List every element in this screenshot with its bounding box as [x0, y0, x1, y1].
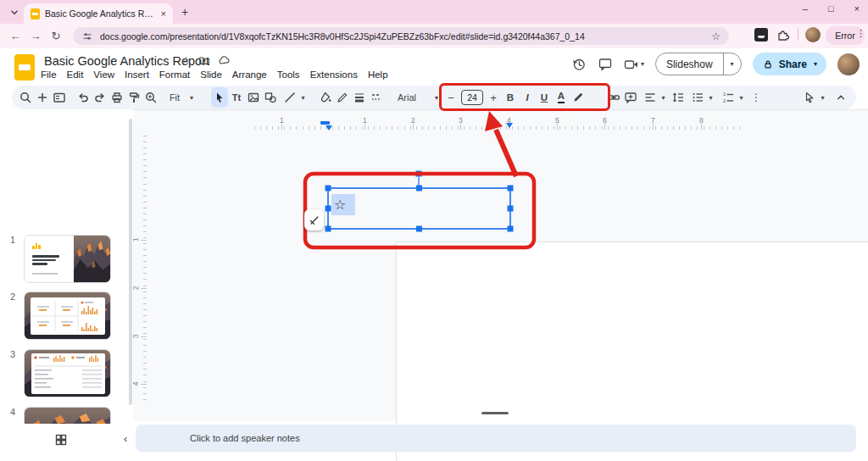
- slide-thumbnail-1[interactable]: [24, 235, 111, 283]
- share-dropdown-icon[interactable]: ▾: [814, 60, 817, 68]
- highlight-color-button[interactable]: [570, 87, 587, 108]
- print-button[interactable]: [108, 87, 125, 108]
- menu-help[interactable]: Help: [368, 69, 388, 80]
- reload-button[interactable]: ↻: [46, 30, 66, 42]
- undo-icon: [76, 91, 90, 104]
- tab-close-icon[interactable]: ×: [161, 9, 166, 19]
- account-avatar[interactable]: [837, 53, 860, 75]
- extensions-puzzle-icon[interactable]: [776, 28, 790, 42]
- underline-button[interactable]: U: [536, 87, 553, 108]
- paint-format-button[interactable]: [125, 87, 142, 108]
- floating-format-button[interactable]: [304, 209, 324, 230]
- menu-view[interactable]: View: [93, 69, 114, 80]
- more-options-button[interactable]: ⋮: [748, 87, 765, 108]
- browser-menu-kebab-icon[interactable]: ⋮: [856, 28, 865, 39]
- search-menus-button[interactable]: [17, 87, 34, 108]
- menu-format[interactable]: Format: [159, 69, 190, 80]
- align-button[interactable]: ▾: [639, 91, 670, 104]
- slideshow-button[interactable]: Slideshow ▾: [655, 53, 742, 75]
- decrease-font-size-button[interactable]: −: [442, 87, 459, 108]
- join-call-button[interactable]: ▾: [624, 57, 644, 72]
- menu-extensions[interactable]: Extensions: [310, 69, 358, 80]
- resize-handle-sw[interactable]: [326, 226, 331, 232]
- insert-line-button[interactable]: ▾: [279, 91, 309, 104]
- border-dash-button[interactable]: [368, 87, 385, 108]
- address-bar[interactable]: docs.google.com/presentation/d/1V8xqofcT…: [73, 27, 729, 45]
- font-size-input[interactable]: 24: [461, 90, 483, 105]
- back-button[interactable]: ←: [5, 30, 25, 42]
- resize-handle-e[interactable]: [508, 206, 514, 212]
- slideshow-dropdown[interactable]: ▾: [723, 53, 741, 75]
- pen-tools-button[interactable]: ▾: [798, 91, 829, 104]
- shape-icon: [264, 91, 277, 104]
- slides-view-button[interactable]: [51, 87, 68, 108]
- menu-tools[interactable]: Tools: [277, 69, 300, 80]
- menu-arrange[interactable]: Arrange: [232, 69, 267, 80]
- bulleted-list-button[interactable]: ▾: [687, 91, 717, 104]
- text-box-button[interactable]: Tt: [228, 87, 245, 108]
- collapse-filmstrip-button[interactable]: ‹: [124, 432, 127, 445]
- resize-handle-se[interactable]: [508, 226, 514, 232]
- resize-handle-s[interactable]: [416, 226, 422, 232]
- resize-handle-nw[interactable]: [326, 186, 331, 192]
- menu-slide[interactable]: Slide: [200, 69, 222, 80]
- panel-icon: [53, 91, 66, 104]
- collapse-toolbar-button[interactable]: [832, 87, 849, 108]
- chevron-down-icon: ▾: [821, 94, 824, 102]
- menu-edit[interactable]: Edit: [67, 69, 84, 80]
- star-glyph: ☆: [334, 198, 346, 212]
- resize-handle-n[interactable]: [416, 186, 422, 192]
- chevron-down-icon: ▾: [739, 94, 743, 102]
- menu-insert[interactable]: Insert: [125, 69, 149, 80]
- italic-button[interactable]: I: [519, 87, 536, 108]
- cloud-status-icon[interactable]: [218, 54, 230, 66]
- increase-font-size-button[interactable]: +: [485, 87, 502, 108]
- slide1-title-area: [25, 236, 74, 282]
- tab-search-button[interactable]: [7, 5, 22, 20]
- border-weight-button[interactable]: [351, 87, 368, 108]
- version-history-button[interactable]: [571, 57, 587, 72]
- textbox-content-highlight[interactable]: ☆: [331, 194, 355, 215]
- bold-button[interactable]: B: [502, 87, 519, 108]
- browser-tab-active[interactable]: Basic Google Analytics Report ×: [24, 3, 173, 24]
- numbered-list-button[interactable]: 12▾: [717, 91, 748, 104]
- new-slide-button[interactable]: [34, 87, 51, 108]
- fill-color-button[interactable]: [317, 87, 334, 108]
- share-button[interactable]: Share ▾: [753, 53, 826, 75]
- zoom-button[interactable]: [142, 87, 159, 108]
- new-tab-button[interactable]: +: [181, 5, 188, 19]
- bookmark-star-icon[interactable]: ☆: [711, 31, 721, 42]
- font-family-select[interactable]: Arial▾: [392, 92, 443, 103]
- insert-shape-button[interactable]: [262, 87, 279, 108]
- undo-button[interactable]: [75, 87, 92, 108]
- zoom-level-select[interactable]: Fit▾: [159, 92, 203, 103]
- line-spacing-button[interactable]: [670, 87, 687, 108]
- add-comment-button[interactable]: [622, 87, 639, 108]
- move-folder-icon[interactable]: [198, 54, 210, 66]
- insert-image-button[interactable]: [245, 87, 262, 108]
- resize-handle-w[interactable]: [326, 206, 331, 212]
- extension-icon[interactable]: [754, 28, 768, 42]
- resize-handle-ne[interactable]: [508, 186, 514, 192]
- menu-file[interactable]: File: [41, 69, 57, 80]
- comments-button[interactable]: [598, 57, 613, 72]
- speaker-notes-input[interactable]: Click to add speaker notes: [136, 425, 856, 452]
- window-minimize-button[interactable]: –: [803, 3, 808, 14]
- select-tool-button[interactable]: [211, 87, 228, 108]
- browser-profile-avatar[interactable]: [805, 27, 821, 42]
- forward-button[interactable]: →: [25, 30, 46, 42]
- star-document-icon[interactable]: ☆: [181, 54, 191, 66]
- border-color-button[interactable]: [334, 87, 351, 108]
- slide-thumbnail-2[interactable]: [24, 292, 111, 340]
- selected-textbox[interactable]: [328, 188, 510, 229]
- slides-logo-icon[interactable]: [14, 54, 35, 81]
- filmstrip-scrollbar[interactable]: [129, 119, 132, 405]
- text-color-button[interactable]: A: [553, 87, 570, 108]
- window-maximize-button[interactable]: □: [828, 3, 834, 14]
- insert-link-button[interactable]: [605, 87, 622, 108]
- grid-view-button[interactable]: [54, 433, 68, 447]
- chevron-down-icon: ▾: [641, 60, 644, 68]
- window-close-button[interactable]: ×: [854, 3, 860, 14]
- slide-thumbnail-3[interactable]: [24, 349, 111, 397]
- redo-button[interactable]: [92, 87, 108, 108]
